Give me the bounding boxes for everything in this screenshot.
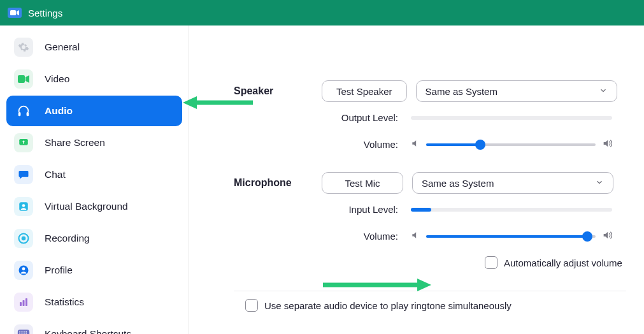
- auto-adjust-checkbox[interactable]: [485, 256, 497, 269]
- titlebar: Settings: [0, 0, 644, 25]
- speaker-volume-label: Volume:: [322, 139, 398, 150]
- window-title: Settings: [28, 8, 62, 18]
- sidebar-item-label: Statistics: [45, 296, 84, 308]
- separate-ringtone-row: Use separate audio device to play ringto…: [245, 299, 626, 312]
- svg-rect-13: [25, 298, 27, 306]
- volume-high-icon: [602, 138, 612, 150]
- share-screen-icon: [14, 133, 33, 152]
- svg-point-10: [22, 267, 25, 270]
- svg-marker-27: [417, 279, 431, 291]
- virtual-background-icon: [14, 197, 33, 216]
- svg-rect-2: [18, 112, 21, 116]
- sidebar-item-label: Audio: [45, 105, 73, 117]
- speaker-device-select[interactable]: Same as System: [416, 80, 617, 102]
- auto-adjust-row: Automatically adjust volume: [485, 256, 626, 269]
- app-icon: [8, 8, 22, 18]
- main-panel: Speaker Test Speaker Same as System Outp…: [189, 25, 644, 334]
- sidebar-item-general[interactable]: General: [6, 32, 182, 62]
- sidebar-item-label: Virtual Background: [45, 201, 128, 212]
- input-level-label: Input Level:: [322, 204, 398, 215]
- chevron-down-icon: [595, 178, 604, 189]
- svg-point-6: [22, 204, 25, 207]
- mic-device-select[interactable]: Same as System: [412, 172, 613, 194]
- svg-rect-17: [24, 331, 25, 333]
- chevron-down-icon: [599, 86, 608, 97]
- separate-ringtone-checkbox[interactable]: [245, 299, 258, 312]
- volume-low-icon: [411, 231, 420, 242]
- svg-rect-18: [25, 331, 27, 333]
- separate-ringtone-label: Use separate audio device to play ringto…: [264, 300, 512, 311]
- svg-rect-15: [19, 331, 20, 333]
- microphone-heading: Microphone: [234, 177, 322, 189]
- sidebar: General Video Audio Share Screen Chat: [0, 25, 189, 334]
- sidebar-item-label: Profile: [45, 265, 73, 276]
- sidebar-item-chat[interactable]: Chat: [6, 159, 182, 190]
- svg-rect-0: [10, 10, 16, 15]
- video-icon: [14, 69, 33, 89]
- mic-volume-label: Volume:: [322, 231, 398, 242]
- section-divider: [234, 291, 626, 291]
- mic-device-value: Same as System: [422, 178, 494, 189]
- svg-point-8: [22, 236, 26, 241]
- volume-low-icon: [411, 139, 420, 150]
- sidebar-item-label: Video: [45, 73, 69, 85]
- input-level-meter: [411, 208, 612, 212]
- svg-rect-1: [18, 75, 25, 83]
- speaker-device-value: Same as System: [426, 86, 497, 97]
- profile-icon: [14, 261, 33, 280]
- sidebar-item-audio[interactable]: Audio: [6, 96, 182, 126]
- sidebar-item-statistics[interactable]: Statistics: [6, 287, 182, 317]
- svg-rect-16: [22, 331, 23, 333]
- output-level-label: Output Level:: [322, 112, 398, 123]
- recording-icon: [14, 229, 33, 248]
- sidebar-item-label: General: [45, 41, 80, 53]
- sidebar-item-virtual-background[interactable]: Virtual Background: [6, 191, 182, 222]
- sidebar-item-keyboard-shortcuts[interactable]: Keyboard Shortcuts: [6, 319, 182, 334]
- sidebar-item-share-screen[interactable]: Share Screen: [6, 127, 182, 158]
- svg-rect-3: [27, 112, 29, 116]
- svg-rect-11: [20, 302, 22, 306]
- sidebar-item-label: Chat: [45, 169, 66, 180]
- sidebar-item-video[interactable]: Video: [6, 64, 182, 94]
- volume-high-icon: [602, 230, 612, 242]
- statistics-icon: [14, 293, 33, 312]
- mic-volume-slider[interactable]: [411, 230, 612, 242]
- svg-rect-12: [23, 300, 25, 306]
- chat-icon: [14, 165, 33, 184]
- sidebar-item-label: Recording: [45, 233, 90, 244]
- output-level-meter: [411, 116, 612, 120]
- auto-adjust-label: Automatically adjust volume: [504, 258, 622, 268]
- sidebar-item-label: Keyboard Shortcuts: [45, 328, 131, 334]
- keyboard-icon: [14, 324, 33, 334]
- speaker-heading: Speaker: [234, 85, 322, 97]
- headphones-icon: [14, 101, 33, 120]
- sidebar-item-recording[interactable]: Recording: [6, 223, 182, 254]
- speaker-volume-slider[interactable]: [411, 138, 612, 150]
- sidebar-item-label: Share Screen: [45, 137, 105, 149]
- speaker-section: Speaker Test Speaker Same as System Outp…: [234, 80, 626, 150]
- sidebar-item-profile[interactable]: Profile: [6, 255, 182, 286]
- microphone-section: Microphone Test Mic Same as System Input…: [234, 172, 626, 269]
- test-mic-button[interactable]: Test Mic: [322, 172, 403, 194]
- gear-icon: [14, 38, 33, 57]
- test-speaker-button[interactable]: Test Speaker: [322, 80, 407, 102]
